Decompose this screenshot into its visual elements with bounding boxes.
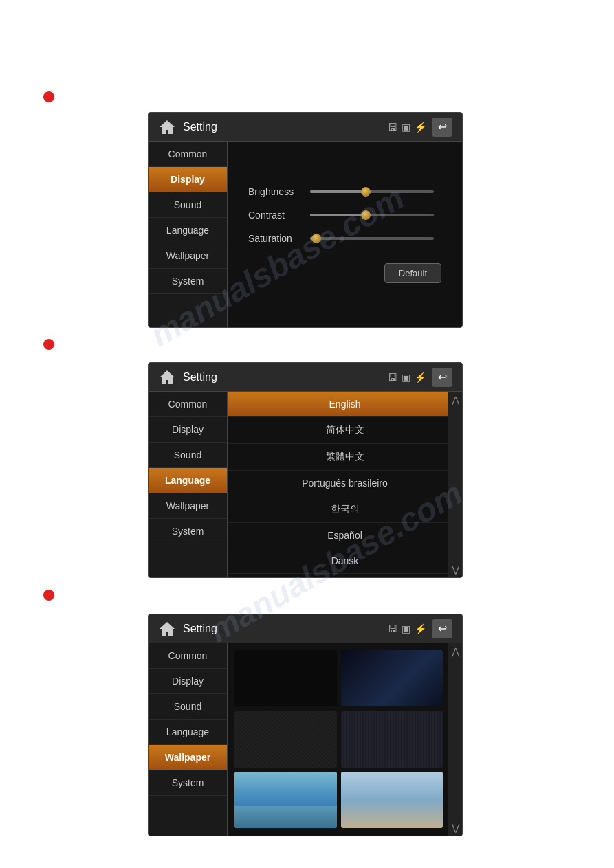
sidebar1-wallpaper[interactable]: Wallpaper [149,243,227,269]
lang-spanish[interactable]: Español [228,523,462,548]
wallpaper-panel: Setting 🖫 ▣ ⚡ ↩ Common Display Sound Lan… [148,614,463,836]
bullet-3 [43,590,54,601]
sidebar1-sound[interactable]: Sound [149,192,227,218]
scroll-down-icon-2[interactable]: ⋁ [452,564,459,575]
wallpaper-thumb-4[interactable] [341,711,443,768]
wallpaper-scrollbar: ⋀ ⋁ [448,643,462,836]
lang-english[interactable]: English [228,392,462,417]
scroll-down-icon-3[interactable]: ⋁ [452,822,459,833]
lang-korean[interactable]: 한국의 [228,496,462,523]
display-icon-1: ▣ [402,122,410,133]
sidebar1-system[interactable]: System [149,269,227,294]
panel2-sidebar: Common Display Sound Language Wallpaper … [149,392,228,577]
default-button-1[interactable]: Default [384,263,441,283]
panel3-sidebar: Common Display Sound Language Wallpaper … [149,643,228,836]
saturation-thumb[interactable] [311,234,321,243]
contrast-row: Contrast [248,210,441,221]
svg-marker-0 [160,120,175,134]
usb-icon-3: 🖫 [388,623,397,634]
sidebar3-system[interactable]: System [149,770,227,796]
brightness-fill [310,190,366,193]
contrast-thumb[interactable] [361,210,371,220]
sidebar2-sound[interactable]: Sound [149,443,227,468]
contrast-label: Contrast [248,210,310,221]
brightness-row: Brightness [248,186,441,197]
back-button-3[interactable]: ↩ [432,619,452,638]
bullet-2 [43,339,54,350]
display-panel: Setting 🖫 ▣ ⚡ ↩ Common Display Sound Lan… [148,112,463,328]
svg-marker-2 [160,622,175,636]
brightness-thumb[interactable] [361,187,371,197]
svg-marker-1 [160,370,175,384]
panel3-body: Common Display Sound Language Wallpaper … [149,643,462,836]
sidebar1-common[interactable]: Common [149,142,227,167]
saturation-row: Saturation [248,233,441,244]
lang-scrollbar: ⋀ ⋁ [448,392,462,577]
display-icon-2: ▣ [402,372,410,383]
usb-icon-2: 🖫 [388,372,397,383]
display-icon-3: ▣ [402,623,410,634]
panel3-content: ⋀ ⋁ [228,643,462,836]
bt-icon-3: ⚡ [415,623,426,634]
wallpaper-thumb-5[interactable] [234,772,337,828]
panel1-header-icons: 🖫 ▣ ⚡ [388,122,426,133]
sidebar1-display[interactable]: Display [149,167,227,192]
wallpaper-thumb-2[interactable] [341,650,443,706]
home-icon-3[interactable] [158,620,176,638]
panel2-header-icons: 🖫 ▣ ⚡ [388,372,426,383]
panel1-content: Brightness Contrast Saturation [228,142,462,327]
panel1-body: Common Display Sound Language Wallpaper … [149,142,462,327]
panel2-title: Setting [183,371,388,383]
wallpaper-thumb-1[interactable] [234,650,337,706]
wallpaper-thumb-6[interactable] [341,772,443,828]
contrast-track[interactable] [310,214,434,216]
contrast-fill [310,214,366,216]
bt-icon-2: ⚡ [415,372,426,383]
saturation-track[interactable] [310,237,434,240]
language-panel: Setting 🖫 ▣ ⚡ ↩ Common Display Sound Lan… [148,362,463,578]
sidebar3-display[interactable]: Display [149,669,227,694]
usb-icon-1: 🖫 [388,122,397,133]
bt-icon-1: ⚡ [415,122,426,133]
panel2-body: Common Display Sound Language Wallpaper … [149,392,462,577]
saturation-label: Saturation [248,233,310,244]
sidebar3-sound[interactable]: Sound [149,694,227,720]
panel2-header: Setting 🖫 ▣ ⚡ ↩ [149,363,462,392]
sidebar2-system[interactable]: System [149,519,227,544]
scroll-up-icon-3[interactable]: ⋀ [452,646,459,657]
sidebar3-common[interactable]: Common [149,643,227,669]
panel1-header: Setting 🖫 ▣ ⚡ ↩ [149,113,462,142]
sidebar2-wallpaper[interactable]: Wallpaper [149,493,227,519]
sidebar2-common[interactable]: Common [149,392,227,417]
panel3-header: Setting 🖫 ▣ ⚡ ↩ [149,614,462,643]
home-icon-1[interactable] [158,118,176,136]
lang-traditional-chinese[interactable]: 繁體中文 [228,444,462,471]
brightness-track[interactable] [310,190,434,193]
back-button-2[interactable]: ↩ [432,368,452,387]
sidebar3-language[interactable]: Language [149,720,227,745]
sidebar2-language[interactable]: Language [149,468,227,493]
home-icon-2[interactable] [158,368,176,386]
panel2-content: English 简体中文 繁體中文 Português brasileiro 한… [228,392,462,577]
lang-danish[interactable]: Dansk [228,548,462,574]
scroll-up-icon-2[interactable]: ⋀ [452,394,459,405]
panel1-sidebar: Common Display Sound Language Wallpaper … [149,142,228,327]
lang-simplified-chinese[interactable]: 简体中文 [228,417,462,444]
sidebar3-wallpaper[interactable]: Wallpaper [149,745,227,770]
back-button-1[interactable]: ↩ [432,118,452,137]
bullet-1 [43,91,54,102]
panel1-title: Setting [183,121,388,133]
sidebar1-language[interactable]: Language [149,218,227,243]
lang-portuguese[interactable]: Português brasileiro [228,471,462,496]
sidebar2-display[interactable]: Display [149,417,227,443]
wallpaper-thumb-3[interactable] [234,711,337,768]
brightness-label: Brightness [248,186,310,197]
panel3-title: Setting [183,623,388,635]
panel3-header-icons: 🖫 ▣ ⚡ [388,623,426,634]
